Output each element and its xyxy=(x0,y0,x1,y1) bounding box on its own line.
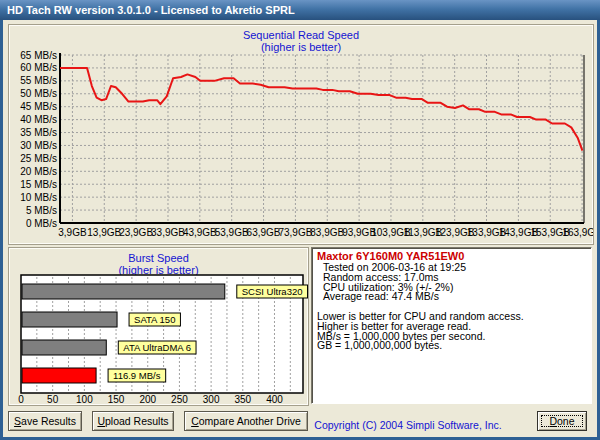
svg-text:0 MB/s: 0 MB/s xyxy=(26,218,57,229)
svg-text:116.9 MB/s: 116.9 MB/s xyxy=(113,370,161,381)
svg-text:3,9GB: 3,9GB xyxy=(58,227,87,238)
svg-text:83,9GB: 83,9GB xyxy=(310,227,344,238)
svg-text:SCSI Ultra320: SCSI Ultra320 xyxy=(242,286,303,297)
svg-text:33,9GB: 33,9GB xyxy=(151,227,185,238)
svg-text:13,9GB: 13,9GB xyxy=(87,227,121,238)
save-results-button[interactable]: Save Results xyxy=(8,411,82,431)
results-info-panel: Maxtor 6Y160M0 YAR51EW0 Tested on 2006-0… xyxy=(311,247,592,404)
burst-speed-panel: Burst Speed (higher is better) 050100150… xyxy=(8,247,309,406)
svg-text:43,9GB: 43,9GB xyxy=(183,227,217,238)
svg-text:300: 300 xyxy=(203,394,220,405)
done-button[interactable]: Done xyxy=(537,411,587,431)
svg-text:0: 0 xyxy=(18,394,24,405)
title-bar[interactable]: HD Tach RW version 3.0.1.0 - Licensed to… xyxy=(0,0,600,20)
svg-text:35 MB/s: 35 MB/s xyxy=(20,127,57,138)
svg-text:400: 400 xyxy=(266,394,283,405)
svg-text:60 MB/s: 60 MB/s xyxy=(20,62,57,73)
svg-text:50 MB/s: 50 MB/s xyxy=(20,88,57,99)
svg-text:30 MB/s: 30 MB/s xyxy=(20,140,57,151)
svg-text:40 MB/s: 40 MB/s xyxy=(20,114,57,125)
svg-text:5 MB/s: 5 MB/s xyxy=(26,205,57,216)
svg-text:150: 150 xyxy=(108,394,125,405)
svg-text:250: 250 xyxy=(171,394,188,405)
burst-speed-chart: 050100150200250300350400SCSI Ultra320SAT… xyxy=(9,248,308,405)
svg-text:SATA 150: SATA 150 xyxy=(134,314,175,325)
window-title: HD Tach RW version 3.0.1.0 - Licensed to… xyxy=(7,4,295,16)
svg-text:25 MB/s: 25 MB/s xyxy=(20,153,57,164)
client-area: Sequential Read Speed (higher is better)… xyxy=(3,20,597,437)
svg-text:ATA UltraDMA 6: ATA UltraDMA 6 xyxy=(123,342,191,353)
copyright-text: Copyright (C) 2004 Simpli Software, Inc.… xyxy=(283,415,533,435)
hd-tach-window: HD Tach RW version 3.0.1.0 - Licensed to… xyxy=(0,0,600,440)
svg-text:163,9GB: 163,9GB xyxy=(562,227,593,238)
svg-text:73,9GB: 73,9GB xyxy=(278,227,312,238)
svg-text:23,9GB: 23,9GB xyxy=(119,227,153,238)
note-line-4: GB = 1,000,000,000 bytes. xyxy=(317,341,587,351)
svg-text:63,9GB: 63,9GB xyxy=(247,227,281,238)
sequential-read-chart: 3,9GB13,9GB23,9GB33,9GB43,9GB53,9GB63,9G… xyxy=(9,25,593,244)
svg-text:55 MB/s: 55 MB/s xyxy=(20,75,57,86)
svg-text:200: 200 xyxy=(139,394,156,405)
average-read-line: Average read: 47.4 MB/s xyxy=(317,292,587,302)
sequential-read-panel: Sequential Read Speed (higher is better)… xyxy=(8,24,594,245)
svg-text:10 MB/s: 10 MB/s xyxy=(20,192,57,203)
upload-results-button[interactable]: Upload Results xyxy=(92,411,174,431)
svg-text:100: 100 xyxy=(76,394,93,405)
svg-text:65 MB/s: 65 MB/s xyxy=(20,50,57,61)
svg-text:15 MB/s: 15 MB/s xyxy=(20,179,57,190)
svg-text:53,9GB: 53,9GB xyxy=(215,227,249,238)
svg-text:350: 350 xyxy=(234,394,251,405)
svg-text:45 MB/s: 45 MB/s xyxy=(20,101,57,112)
svg-text:50: 50 xyxy=(47,394,59,405)
svg-text:20 MB/s: 20 MB/s xyxy=(20,166,57,177)
